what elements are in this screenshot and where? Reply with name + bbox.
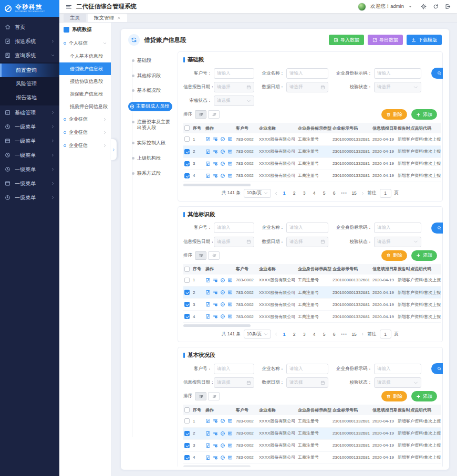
select[interactable]: 请选择 (214, 96, 254, 106)
hamburger-icon[interactable] (66, 4, 72, 10)
search-button[interactable]: 查询 (431, 223, 443, 234)
caret-down-icon[interactable] (408, 5, 412, 9)
detail-icon[interactable] (213, 443, 218, 448)
row-checkbox[interactable] (184, 161, 190, 166)
sidebar-item[interactable]: 基础管理 (0, 105, 59, 120)
card-icon[interactable] (227, 455, 233, 460)
detail-icon[interactable] (213, 290, 218, 295)
page-number[interactable]: 3 (301, 332, 308, 337)
horizontal-scrollbar[interactable] (183, 184, 251, 186)
chev-left-icon[interactable] (274, 332, 278, 336)
row-checkbox[interactable] (184, 314, 190, 319)
page-number[interactable]: 2 (291, 191, 298, 196)
page-number[interactable]: 6 (331, 191, 338, 196)
panel-item[interactable]: 担保账户信息段 (59, 88, 111, 100)
edit-icon[interactable] (205, 455, 211, 460)
select-all-checkbox[interactable] (184, 267, 190, 272)
page-number[interactable]: 1 (281, 332, 288, 337)
detail-icon[interactable] (213, 173, 218, 178)
page-number[interactable]: 15 (351, 332, 358, 337)
page-number[interactable]: 3 (301, 191, 308, 196)
edit-icon[interactable] (205, 278, 211, 283)
text-input[interactable]: 请输入 (286, 364, 328, 374)
goto-page-input[interactable] (380, 189, 391, 198)
page-number[interactable]: 4 (311, 191, 318, 196)
edit-icon[interactable] (205, 173, 211, 178)
card-icon[interactable] (227, 278, 233, 283)
card-icon[interactable] (227, 443, 233, 448)
edit-icon[interactable] (205, 290, 211, 295)
sort-desc-button[interactable] (208, 392, 220, 400)
row-checkbox[interactable] (184, 302, 190, 307)
panel-group[interactable]: 企业征信 (59, 113, 111, 126)
sidebar-item[interactable]: 报送系统 (0, 34, 59, 48)
panel-group[interactable]: 企业征信 (59, 139, 111, 152)
approve-icon[interactable] (220, 278, 225, 283)
edit-icon[interactable] (205, 302, 211, 307)
panel-group[interactable]: 企业征信 (59, 126, 111, 139)
delete-button[interactable]: 删除 (381, 250, 407, 261)
sidebar-item[interactable]: 一级菜单 (0, 148, 59, 162)
sidebar-subitem[interactable]: 前置查询 (0, 64, 59, 77)
row-checkbox[interactable] (184, 431, 190, 436)
horizontal-scrollbar[interactable] (183, 324, 251, 327)
row-checkbox[interactable] (184, 290, 190, 295)
avatar[interactable] (358, 3, 366, 11)
text-input[interactable]: 请输入 (374, 68, 421, 79)
logout-icon[interactable] (445, 4, 451, 9)
edit-icon[interactable] (205, 161, 211, 166)
row-checkbox[interactable] (184, 149, 190, 154)
detail-icon[interactable] (213, 431, 218, 436)
panel-item[interactable]: 授信协议信息段 (59, 75, 111, 88)
goto-page-input[interactable] (380, 330, 391, 339)
page-number[interactable]: 15 (351, 191, 358, 196)
sort-desc-button[interactable] (208, 110, 220, 119)
detail-icon[interactable] (213, 278, 218, 283)
select-all-checkbox[interactable] (184, 407, 190, 412)
action-button-3[interactable]: 下载模版 (407, 35, 442, 45)
approve-icon[interactable] (220, 136, 225, 142)
text-input[interactable]: 请输入 (214, 223, 254, 233)
chev-right-icon[interactable] (361, 192, 365, 195)
approve-icon[interactable] (220, 161, 225, 166)
detail-icon[interactable] (213, 418, 218, 424)
refresh-icon[interactable] (433, 4, 439, 9)
date-picker[interactable]: 请选择 (286, 377, 328, 388)
tab-message[interactable]: 报文管理 (88, 14, 127, 22)
row-checkbox[interactable] (184, 136, 190, 142)
anchor-item[interactable]: 注册资本及主要 出资人段 (128, 118, 172, 132)
approve-icon[interactable] (220, 149, 225, 154)
edit-icon[interactable] (205, 136, 211, 142)
text-input[interactable]: 请输入 (374, 223, 421, 233)
approve-icon[interactable] (220, 302, 225, 307)
card-icon[interactable] (227, 173, 233, 178)
sort-desc-button[interactable] (208, 251, 220, 260)
row-checkbox[interactable] (184, 443, 190, 448)
anchor-item[interactable]: 主要组成人员段 (128, 102, 172, 111)
row-checkbox[interactable] (184, 418, 190, 424)
card-icon[interactable] (227, 136, 233, 142)
text-input[interactable]: 请输入 (374, 364, 421, 374)
sidebar-item[interactable]: 查询系统 (0, 48, 59, 62)
page-number[interactable]: 6 (331, 332, 338, 337)
sidebar-subitem[interactable]: 报告落地 (0, 91, 59, 104)
row-checkbox[interactable] (184, 455, 190, 460)
action-button-2[interactable]: 导出数据 (368, 35, 403, 45)
approve-icon[interactable] (220, 314, 225, 319)
select-all-checkbox[interactable] (184, 125, 190, 131)
panel-collapse-handle[interactable] (111, 139, 117, 160)
search-button[interactable]: 查询 (431, 363, 443, 374)
sidebar-item[interactable]: 一级菜单 (0, 120, 59, 134)
page-size-select[interactable]: 10条/页 (244, 189, 271, 198)
page-number[interactable]: 5 (321, 191, 328, 196)
anchor-item[interactable]: 联系方式段 (128, 170, 172, 178)
text-input[interactable]: 请输入 (214, 364, 254, 374)
card-icon[interactable] (227, 149, 233, 154)
anchor-item[interactable]: 其他标识段 (128, 72, 172, 80)
edit-icon[interactable] (205, 431, 211, 436)
row-checkbox[interactable] (184, 173, 190, 178)
settings-icon[interactable] (421, 4, 427, 9)
sort-asc-button[interactable] (195, 110, 206, 119)
detail-icon[interactable] (213, 136, 218, 142)
panel-item[interactable]: 抵质押合同信息段 (59, 100, 111, 113)
